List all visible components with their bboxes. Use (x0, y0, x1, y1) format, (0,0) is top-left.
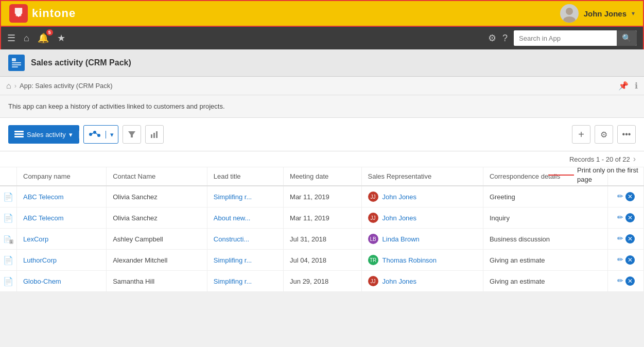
company-link[interactable]: LexCorp (23, 235, 48, 243)
rep-link[interactable]: John Jones (382, 214, 417, 222)
toolbar: Sales activity ▾ ▾ (0, 118, 644, 151)
menu-icon[interactable]: ☰ (7, 32, 15, 44)
date-cell: Jun 29, 2018 (284, 271, 362, 292)
view-main-button[interactable]: Sales activity ▾ (8, 131, 79, 138)
svg-rect-8 (12, 66, 18, 67)
lead-link[interactable]: Simplifing r... (214, 193, 252, 201)
bell-icon[interactable]: 🔔 5 (38, 32, 49, 44)
settings-icon[interactable]: ⚙ (488, 32, 496, 44)
contact-cell: Olivia Sanchez (107, 207, 207, 229)
doc-icon: 📄 (3, 193, 13, 201)
delete-button[interactable]: ✕ (625, 234, 635, 244)
edit-button[interactable]: ✏ (617, 192, 623, 200)
search-box: 🔍 (514, 30, 637, 46)
info-icon[interactable]: ℹ (635, 81, 638, 91)
rep-link[interactable]: John Jones (382, 193, 417, 201)
edit-button[interactable]: ✏ (617, 276, 623, 285)
svg-marker-17 (128, 131, 135, 137)
svg-rect-9 (14, 131, 24, 132)
rep-link[interactable]: Linda Brown (382, 235, 420, 243)
bar-chart-button[interactable] (145, 125, 164, 144)
graph-chevron-icon[interactable]: ▾ (106, 131, 118, 138)
nav-right: ⚙ ? 🔍 (488, 30, 637, 46)
user-area[interactable]: John Jones ▾ (560, 4, 635, 23)
search-input[interactable] (514, 30, 617, 46)
rep-avatar: JJ (368, 192, 378, 202)
lead-cell: Simplifing r... (207, 250, 283, 271)
company-cell: ABC Telecom (17, 186, 107, 207)
lead-cell: About new... (207, 207, 283, 229)
logo-area: kintone (9, 4, 76, 23)
help-icon[interactable]: ? (502, 33, 508, 44)
svg-rect-7 (12, 64, 21, 65)
home-icon[interactable]: ⌂ (24, 33, 29, 44)
date-cell: Mar 11, 2019 (284, 207, 362, 229)
add-record-button[interactable]: + (572, 125, 590, 144)
annotation-area: Print only on the first page (548, 166, 644, 184)
top-header: kintone John Jones ▾ (0, 0, 644, 27)
action-cell: ✏✕ (608, 186, 644, 207)
row-icon-cell: 📄 (0, 271, 17, 292)
breadcrumb-right: 📌 ℹ (618, 81, 638, 91)
delete-button[interactable]: ✕ (625, 255, 635, 265)
row-icon-cell: 📄1 (0, 229, 17, 250)
delete-button[interactable]: ✕ (625, 192, 635, 201)
user-name: John Jones (584, 9, 626, 18)
rep-cell: JJJohn Jones (361, 271, 483, 292)
more-options-button[interactable]: ••• (617, 125, 636, 144)
chevron-down-icon: ▾ (632, 10, 635, 17)
filter-button[interactable] (123, 125, 141, 144)
star-icon[interactable]: ★ (57, 32, 65, 44)
view-selector[interactable]: Sales activity ▾ (8, 125, 79, 144)
breadcrumb: ⌂ › App: Sales activity (CRM Pack) (6, 81, 113, 91)
action-cell: ✏✕ (608, 207, 644, 229)
contact-cell: Olivia Sanchez (107, 186, 207, 207)
company-cell: LexCorp (17, 229, 107, 250)
company-link[interactable]: Globo-Chem (23, 277, 61, 285)
rep-avatar: JJ (368, 213, 378, 223)
breadcrumb-bar: ⌂ › App: Sales activity (CRM Pack) 📌 ℹ (0, 77, 644, 95)
graph-selector[interactable]: ▾ (83, 125, 118, 144)
lead-link[interactable]: Constructi... (214, 235, 249, 243)
company-link[interactable]: ABC Telecom (23, 214, 64, 222)
contact-cell: Samantha Hill (107, 271, 207, 292)
correspondence-cell: Business discussion (483, 229, 607, 250)
col-company: Company name (17, 167, 107, 186)
delete-button[interactable]: ✕ (625, 213, 635, 222)
rep-link[interactable]: John Jones (382, 277, 417, 285)
edit-button[interactable]: ✏ (617, 255, 623, 264)
data-table: Company name Contact Name Lead title Mee… (0, 167, 644, 292)
correspondence-cell: Giving an estimate (483, 271, 607, 292)
edit-button[interactable]: ✏ (617, 234, 623, 242)
rep-avatar: JJ (368, 276, 378, 286)
row-icon-cell: 📄 (0, 250, 17, 271)
rep-link[interactable]: Thomas Robinson (382, 256, 437, 264)
lead-link[interactable]: Simplifing r... (214, 256, 252, 264)
delete-button[interactable]: ✕ (625, 276, 635, 286)
rep-cell: TRThomas Robinson (361, 250, 483, 271)
rep-cell: LBLinda Brown (361, 229, 483, 250)
rep-avatar: TR (368, 255, 378, 265)
breadcrumb-home-icon[interactable]: ⌂ (6, 81, 11, 91)
svg-rect-6 (12, 62, 21, 63)
app-icon (8, 55, 25, 71)
company-link[interactable]: ABC Telecom (23, 193, 64, 201)
lead-link[interactable]: Simplifing r... (214, 277, 252, 285)
col-lead: Lead title (207, 167, 283, 186)
graph-icon[interactable] (84, 130, 106, 138)
company-link[interactable]: LuthorCorp (23, 256, 57, 264)
records-next-button[interactable]: › (633, 154, 636, 164)
lead-link[interactable]: About new... (214, 214, 251, 222)
pin-icon[interactable]: 📌 (618, 81, 629, 91)
svg-point-4 (563, 16, 576, 23)
edit-button[interactable]: ✏ (617, 213, 623, 221)
action-cell: ✏✕ (608, 229, 644, 250)
table-row: 📄ABC TelecomOlivia SanchezSimplifing r..… (0, 186, 644, 207)
toolbar-right: + ⚙ ••• (572, 125, 636, 144)
row-icon-cell: 📄 (0, 186, 17, 207)
table-settings-button[interactable]: ⚙ (595, 125, 613, 144)
doc-icon: 📄1 (3, 235, 11, 243)
table-row: 📄Globo-ChemSamantha HillSimplifing r...J… (0, 271, 644, 292)
search-button[interactable]: 🔍 (617, 30, 637, 46)
company-cell: Globo-Chem (17, 271, 107, 292)
